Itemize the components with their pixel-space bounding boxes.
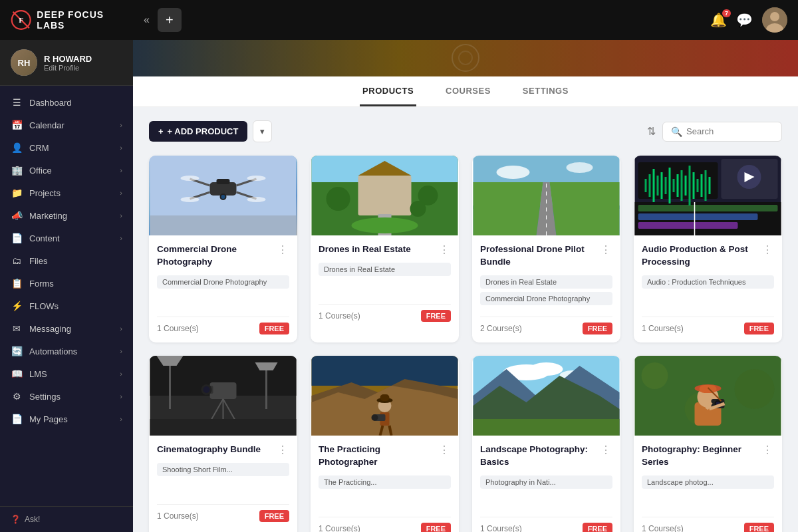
chevron-right-icon: › xyxy=(120,121,122,129)
topbar-left: « + xyxy=(144,8,182,32)
card-tag-8-1: Landscape photog... xyxy=(642,475,774,489)
chevron-right-icon: › xyxy=(120,166,122,174)
sidebar-item-office[interactable]: 🏢 Office › xyxy=(0,159,133,182)
sidebar-item-crm[interactable]: 👤 CRM › xyxy=(0,136,133,159)
card-menu-2[interactable]: ⋮ xyxy=(438,243,451,256)
sidebar-item-forms[interactable]: 📋 Forms xyxy=(0,272,133,295)
svg-rect-63 xyxy=(697,179,699,192)
svg-point-74 xyxy=(203,386,210,393)
svg-rect-43 xyxy=(638,213,758,220)
sidebar-label-crm: CRM xyxy=(29,143,49,153)
add-product-button[interactable]: + + ADD PRODUCT xyxy=(149,121,247,142)
chevron-right-icon: › xyxy=(120,415,122,423)
card-body-4: Audio Production & Post Processing ⋮ Aud… xyxy=(634,235,782,342)
sidebar-label-projects: Projects xyxy=(29,188,61,198)
sidebar-label-calendar: Calendar xyxy=(29,120,65,130)
mypages-icon: 📄 xyxy=(11,414,23,424)
svg-rect-44 xyxy=(638,222,738,229)
tab-settings[interactable]: SETTINGS xyxy=(520,76,571,106)
free-badge-7: FREE xyxy=(583,523,612,532)
card-title-7: Landscape Photography: Basics xyxy=(480,444,599,469)
user-avatar[interactable] xyxy=(762,7,787,33)
notifications-button[interactable]: 🔔 7 xyxy=(710,12,727,28)
card-courses-4: 1 Course(s) xyxy=(642,324,684,333)
profile-info: R HOWARD Edit Profile xyxy=(44,54,92,72)
ask-button[interactable]: ❓ Ask! xyxy=(0,506,133,532)
svg-rect-53 xyxy=(657,176,659,196)
chevron-right-icon: › xyxy=(120,370,122,378)
sidebar-item-dashboard[interactable]: ☰ Dashboard xyxy=(0,91,133,114)
sidebar-label-dashboard: Dashboard xyxy=(29,98,72,108)
sidebar-item-calendar[interactable]: 📅 Calendar › xyxy=(0,114,133,136)
card-menu-7[interactable]: ⋮ xyxy=(599,444,612,456)
chevron-right-icon: › xyxy=(120,189,122,197)
sort-filter-button[interactable]: ⇅ xyxy=(647,125,656,138)
sidebar-item-content[interactable]: 📄 Content › xyxy=(0,227,133,249)
card-menu-5[interactable]: ⋮ xyxy=(276,444,289,456)
card-tags-1: Commercial Drone Photography xyxy=(157,275,289,309)
search-input[interactable] xyxy=(686,126,773,136)
profile-edit-link[interactable]: Edit Profile xyxy=(44,64,92,72)
card-tag-2-1: Drones in Real Estate xyxy=(319,263,451,276)
sidebar-label-office: Office xyxy=(29,166,52,176)
sidebar-item-lms[interactable]: 📖 LMS › xyxy=(0,362,133,385)
svg-point-4 xyxy=(770,12,779,21)
profile-name: R HOWARD xyxy=(44,54,92,64)
files-icon: 🗂 xyxy=(11,255,23,266)
tab-courses[interactable]: COURSES xyxy=(443,76,493,106)
svg-rect-57 xyxy=(673,179,675,192)
svg-rect-6 xyxy=(133,40,798,76)
tab-bar: PRODUCTS COURSES SETTINGS xyxy=(133,76,798,107)
card-courses-8: 1 Course(s) xyxy=(642,524,684,532)
card-title-6: The Practicing Photographer xyxy=(319,444,438,469)
product-card-8: Photography: Beginner Series ⋮ Landscape… xyxy=(634,356,782,532)
card-footer-3: 2 Course(s) FREE xyxy=(480,317,612,334)
svg-rect-61 xyxy=(689,166,691,205)
svg-point-16 xyxy=(181,176,200,181)
svg-rect-107 xyxy=(700,385,717,393)
card-menu-4[interactable]: ⋮ xyxy=(761,243,774,256)
marketing-icon: 📣 xyxy=(11,210,23,221)
collapse-sidebar-button[interactable]: « xyxy=(144,14,150,26)
card-footer-2: 1 Course(s) FREE xyxy=(319,304,451,322)
card-body-2: Drones in Real Estate ⋮ Drones in Real E… xyxy=(311,235,459,330)
sidebar-item-mypages[interactable]: 📄 My Pages › xyxy=(0,408,133,430)
card-tags-5: Shooting Short Film... xyxy=(157,463,289,496)
sidebar-label-flows: FLOWs xyxy=(29,301,59,311)
sidebar-item-automations[interactable]: 🔄 Automations › xyxy=(0,340,133,362)
free-badge-8: FREE xyxy=(744,523,774,532)
product-card-4: Audio Production & Post Processing ⋮ Aud… xyxy=(634,156,782,342)
hero-banner xyxy=(133,40,798,76)
card-menu-1[interactable]: ⋮ xyxy=(276,243,289,256)
sidebar: F DEEP FOCUS LABS RH R HOWARD Edit Profi… xyxy=(0,0,133,532)
card-menu-6[interactable]: ⋮ xyxy=(438,444,451,456)
quick-add-button[interactable]: + xyxy=(158,8,182,32)
product-image-4 xyxy=(634,156,782,235)
chevron-right-icon: › xyxy=(120,211,122,219)
chat-icon: 💬 xyxy=(736,13,753,27)
sidebar-item-files[interactable]: 🗂 Files xyxy=(0,249,133,272)
sidebar-item-marketing[interactable]: 📣 Marketing › xyxy=(0,204,133,227)
sidebar-label-automations: Automations xyxy=(29,346,77,356)
card-tag-7-1: Photography in Nati... xyxy=(480,475,612,489)
messages-button[interactable]: 💬 xyxy=(736,12,753,28)
product-filter-dropdown[interactable]: ▾ xyxy=(253,120,272,142)
profile-section: RH R HOWARD Edit Profile xyxy=(0,40,133,86)
profile-avatar: RH xyxy=(11,49,37,76)
svg-rect-22 xyxy=(150,215,297,235)
tab-products[interactable]: PRODUCTS xyxy=(360,76,416,106)
card-footer-5: 1 Course(s) FREE xyxy=(157,504,289,522)
sidebar-item-messaging[interactable]: ✉ Messaging › xyxy=(0,317,133,340)
sidebar-item-flows[interactable]: ⚡ FLOWs xyxy=(0,295,133,317)
main-area: « + 🔔 7 💬 xyxy=(133,0,798,532)
sidebar-label-forms: Forms xyxy=(29,279,54,289)
card-menu-8[interactable]: ⋮ xyxy=(761,444,774,456)
sidebar-item-settings[interactable]: ⚙ Settings › xyxy=(0,385,133,408)
forms-icon: 📋 xyxy=(11,278,23,289)
sidebar-label-messaging: Messaging xyxy=(29,324,71,334)
svg-rect-52 xyxy=(653,169,655,202)
search-icon: 🔍 xyxy=(671,126,682,137)
card-menu-3[interactable]: ⋮ xyxy=(599,243,612,256)
sidebar-item-projects[interactable]: 📁 Projects › xyxy=(0,182,133,204)
sidebar-label-marketing: Marketing xyxy=(29,211,67,221)
